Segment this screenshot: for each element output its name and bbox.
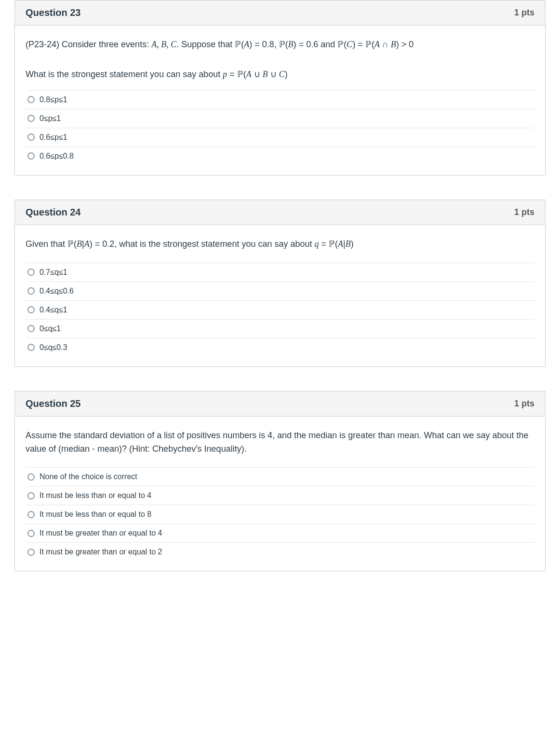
question-subprompt: What is the strongest statement you can … <box>26 68 534 81</box>
answer-label: It must be greater than or equal to 4 <box>40 529 162 538</box>
question-prompt: Given that ℙ(B|A) = 0.2, what is the str… <box>26 238 534 251</box>
question-body: Given that ℙ(B|A) = 0.2, what is the str… <box>15 225 545 366</box>
answer-option[interactable]: 0.6≤p≤0.8 <box>26 147 534 165</box>
answer-radio[interactable] <box>27 344 35 351</box>
question-card: Question 24 1 pts Given that ℙ(B|A) = 0.… <box>14 200 546 367</box>
answer-option[interactable]: It must be less than or equal to 8 <box>26 505 534 524</box>
answer-radio[interactable] <box>27 306 35 313</box>
answer-radio[interactable] <box>27 511 35 518</box>
question-body: (P23-24) Consider three events: A, B, C.… <box>15 26 545 175</box>
answer-list: None of the choice is correct It must be… <box>26 467 534 561</box>
answer-label: 0.4≤q≤1 <box>40 306 67 314</box>
question-body: Assume the standard deviation of a list … <box>15 417 545 571</box>
answer-option[interactable]: None of the choice is correct <box>26 468 534 486</box>
answer-radio[interactable] <box>27 287 35 295</box>
question-card: Question 23 1 pts (P23-24) Consider thre… <box>14 0 546 175</box>
answer-radio[interactable] <box>27 549 35 556</box>
answer-label: 0.7≤q≤1 <box>40 268 67 277</box>
answer-radio[interactable] <box>27 115 35 122</box>
answer-radio[interactable] <box>27 134 35 141</box>
question-prompt: Assume the standard deviation of a list … <box>26 429 534 456</box>
answer-option[interactable]: 0≤q≤0.3 <box>26 338 534 357</box>
answer-label: 0.6≤p≤1 <box>40 133 67 142</box>
answer-option[interactable]: 0.6≤p≤1 <box>26 128 534 147</box>
answer-radio[interactable] <box>27 473 35 481</box>
question-prompt: (P23-24) Consider three events: A, B, C.… <box>26 38 534 52</box>
answer-option[interactable]: 0.8≤p≤1 <box>26 91 534 109</box>
answer-list: 0.8≤p≤1 0≤p≤1 0.6≤p≤1 0.6≤p≤0.8 <box>26 90 534 165</box>
answer-radio[interactable] <box>27 96 35 103</box>
answer-label: 0≤q≤1 <box>40 324 61 333</box>
question-title: Question 24 <box>26 207 80 218</box>
question-title: Question 23 <box>26 7 80 18</box>
question-header: Question 25 1 pts <box>15 391 545 417</box>
answer-label: It must be less than or equal to 4 <box>40 491 151 500</box>
answer-label: 0.6≤p≤0.8 <box>40 152 74 161</box>
answer-label: 0≤p≤1 <box>40 114 61 123</box>
answer-label: 0.4≤q≤0.6 <box>40 287 74 296</box>
question-header: Question 24 1 pts <box>15 200 545 225</box>
answer-label: 0.8≤p≤1 <box>40 95 67 104</box>
answer-option[interactable]: 0.4≤q≤1 <box>26 301 534 320</box>
answer-radio[interactable] <box>27 492 35 499</box>
answer-label: 0≤q≤0.3 <box>40 343 67 352</box>
answer-label: It must be greater than or equal to 2 <box>40 548 162 556</box>
question-title: Question 25 <box>26 398 80 409</box>
answer-label: It must be less than or equal to 8 <box>40 510 151 519</box>
question-card: Question 25 1 pts Assume the standard de… <box>14 391 546 572</box>
answer-option[interactable]: It must be greater than or equal to 4 <box>26 524 534 543</box>
answer-option[interactable]: It must be greater than or equal to 2 <box>26 543 534 561</box>
answer-option[interactable]: 0.7≤q≤1 <box>26 263 534 282</box>
answer-label: None of the choice is correct <box>40 472 137 481</box>
answer-radio[interactable] <box>27 325 35 332</box>
question-points: 1 pts <box>514 8 534 18</box>
answer-radio[interactable] <box>27 269 35 276</box>
question-points: 1 pts <box>514 207 534 217</box>
answer-radio[interactable] <box>27 152 35 160</box>
answer-option[interactable]: 0≤p≤1 <box>26 109 534 128</box>
question-points: 1 pts <box>514 399 534 409</box>
answer-option[interactable]: It must be less than or equal to 4 <box>26 486 534 505</box>
answer-list: 0.7≤q≤1 0.4≤q≤0.6 0.4≤q≤1 0≤q≤1 0≤q≤0.3 <box>26 263 534 357</box>
answer-radio[interactable] <box>27 530 35 537</box>
answer-option[interactable]: 0.4≤q≤0.6 <box>26 282 534 301</box>
question-header: Question 23 1 pts <box>15 0 545 26</box>
answer-option[interactable]: 0≤q≤1 <box>26 320 534 338</box>
